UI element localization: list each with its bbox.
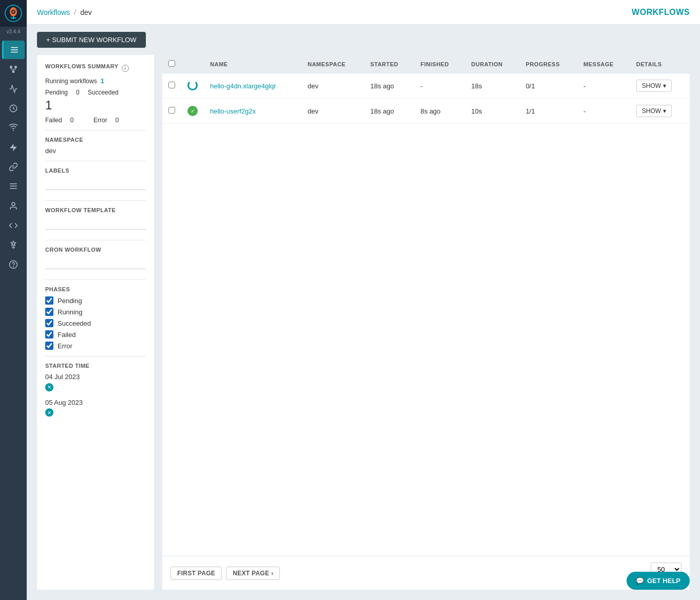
namespace-label: NAMESPACE — [45, 137, 146, 143]
sidebar-item-menu[interactable] — [2, 41, 25, 59]
phase-failed-checkbox[interactable] — [45, 330, 53, 339]
table-header-row: NAME NAMESPACE STARTED FINISHED DURATION… — [162, 55, 690, 73]
phase-pending[interactable]: Pending — [45, 296, 146, 305]
svg-rect-6 — [11, 47, 18, 48]
divider-1 — [45, 130, 146, 130]
sidebar-item-cron[interactable] — [2, 99, 25, 118]
cron-workflow-label: CRON WORKFLOW — [45, 247, 146, 253]
row1-checkbox[interactable] — [168, 82, 175, 88]
td-row1-checkbox — [162, 73, 181, 99]
phases-label: PHASES — [45, 286, 146, 292]
logo-container — [0, 0, 27, 27]
svg-marker-18 — [10, 144, 17, 152]
sidebar-item-user[interactable] — [2, 197, 25, 215]
help-circle-icon — [9, 260, 18, 269]
divider-5 — [45, 279, 146, 280]
succeeded-count: 1 — [45, 98, 146, 113]
bolt-icon — [9, 143, 18, 152]
table-body: hello-g4dn.xlarge4glqr dev 18s ago - 18s… — [162, 73, 690, 124]
phase-error[interactable]: Error — [45, 342, 146, 350]
sidebar-item-help[interactable] — [2, 255, 25, 274]
sidebar-item-event-flow[interactable] — [2, 138, 25, 157]
td-row1-progress: 0/1 — [520, 73, 577, 99]
status-running-icon — [187, 80, 198, 90]
sidebar-item-events[interactable] — [2, 119, 25, 137]
left-panel: WORKFLOWS SUMMARY i Running workflows 1 … — [37, 55, 154, 590]
sidebar-item-plugins[interactable] — [2, 236, 25, 254]
phase-error-checkbox[interactable] — [45, 342, 53, 350]
row2-show-button[interactable]: SHOW ▾ — [636, 105, 672, 117]
table-header: NAME NAMESPACE STARTED FINISHED DURATION… — [162, 55, 690, 73]
th-progress: PROGRESS — [520, 55, 577, 73]
status-succeeded-icon: ✓ — [187, 106, 198, 116]
table-wrapper: NAME NAMESPACE STARTED FINISHED DURATION… — [162, 55, 690, 556]
phase-running-checkbox[interactable] — [45, 308, 53, 316]
clock-icon — [9, 104, 18, 113]
row2-checkbox[interactable] — [168, 107, 175, 114]
breadcrumb-workflows-link[interactable]: Workflows — [37, 8, 70, 16]
workflows-icon — [9, 65, 18, 74]
row1-show-button[interactable]: SHOW ▾ — [636, 80, 672, 92]
phase-succeeded[interactable]: Succeeded — [45, 319, 146, 327]
td-row1-started: 18s ago — [364, 73, 414, 99]
workflows-table: NAME NAMESPACE STARTED FINISHED DURATION… — [162, 55, 690, 124]
svg-rect-21 — [10, 188, 17, 189]
chevron-right-icon: › — [271, 570, 273, 577]
date-to-value: 05 Aug 2023 — [45, 399, 146, 406]
td-row1-message: - — [577, 73, 630, 99]
svg-rect-10 — [14, 66, 17, 68]
list-icon — [9, 182, 18, 191]
sidebar-item-webhooks[interactable] — [2, 158, 25, 176]
toolbar: + SUBMIT NEW WORKFLOW — [27, 25, 700, 55]
workflow-template-label: WORKFLOW TEMPLATE — [45, 207, 146, 213]
pagination-buttons: FIRST PAGE NEXT PAGE › — [171, 567, 280, 580]
running-workflows-label: Running workflows 1 — [45, 78, 146, 85]
workflow-name-link[interactable]: hello-g4dn.xlarge4glqr — [210, 82, 276, 90]
sidebar-item-workflows[interactable] — [2, 60, 25, 79]
divider-6 — [45, 356, 146, 357]
namespace-value: dev — [45, 147, 146, 155]
argo-logo — [5, 5, 22, 22]
th-namespace: NAMESPACE — [301, 55, 364, 73]
running-count: 1 — [101, 78, 104, 85]
phase-succeeded-checkbox[interactable] — [45, 319, 53, 327]
td-row2-name: hello-userf2g2x — [204, 99, 301, 124]
first-page-button[interactable]: FIRST PAGE — [171, 567, 222, 580]
td-row1-finished: - — [414, 73, 465, 99]
get-help-button[interactable]: 💬 GET HELP — [627, 572, 690, 590]
activity-icon — [9, 84, 18, 93]
td-row2-details: SHOW ▾ — [630, 99, 690, 124]
td-row2-message: - — [577, 99, 630, 124]
td-row2-checkbox — [162, 99, 181, 124]
phase-failed[interactable]: Failed — [45, 330, 146, 339]
summary-info-icon[interactable]: i — [122, 65, 129, 72]
table-footer: FIRST PAGE NEXT PAGE › 50 100 200 result… — [162, 556, 690, 590]
sidebar-item-activity[interactable] — [2, 80, 25, 98]
workflow-template-input[interactable] — [45, 217, 146, 230]
select-all-checkbox[interactable] — [168, 60, 175, 67]
divider-4 — [45, 240, 146, 240]
breadcrumb-separator: / — [74, 8, 76, 16]
labels-section: LABELS — [45, 167, 146, 194]
submit-workflow-button[interactable]: + SUBMIT NEW WORKFLOW — [37, 32, 146, 48]
svg-rect-20 — [10, 186, 17, 187]
date-from-clear-button[interactable]: ✕ — [45, 383, 53, 391]
td-row2-started: 18s ago — [364, 99, 414, 124]
sidebar-item-api[interactable] — [2, 216, 25, 235]
signal-icon — [9, 123, 18, 133]
date-to-clear-button[interactable]: ✕ — [45, 408, 53, 417]
next-page-button[interactable]: NEXT PAGE › — [226, 567, 280, 580]
breadcrumb: Workflows / dev — [37, 8, 92, 16]
right-panel: NAME NAMESPACE STARTED FINISHED DURATION… — [162, 55, 690, 590]
phase-pending-checkbox[interactable] — [45, 296, 53, 305]
user-icon — [9, 201, 18, 211]
cron-workflow-input[interactable] — [45, 257, 146, 269]
workflow-name-link[interactable]: hello-userf2g2x — [210, 107, 256, 115]
cron-workflow-section: CRON WORKFLOW — [45, 247, 146, 273]
phase-running[interactable]: Running — [45, 308, 146, 316]
sidebar-item-templates[interactable] — [2, 177, 25, 196]
hook-icon — [9, 162, 18, 172]
labels-input[interactable] — [45, 178, 146, 190]
th-status — [181, 55, 204, 73]
summary-failed-row: Failed 0 Error 0 — [45, 117, 146, 124]
